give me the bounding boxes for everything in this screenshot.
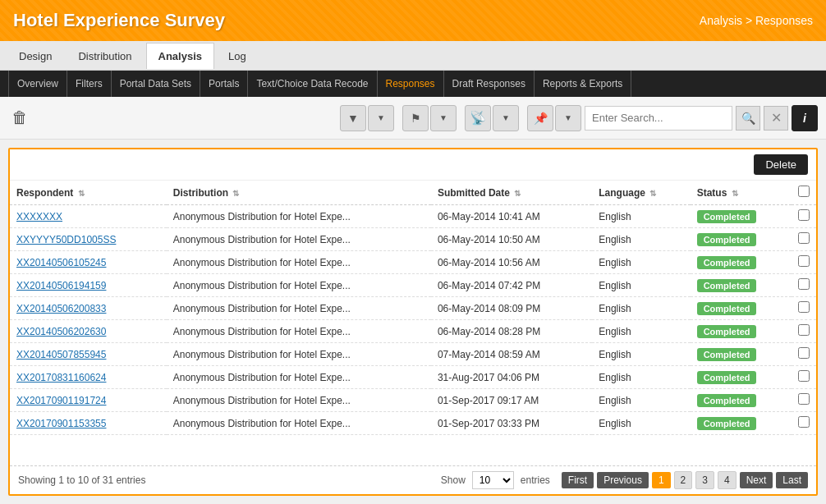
page-2-button[interactable]: 2: [674, 471, 693, 489]
app-header: Hotel Experience Survey Analysis > Respo…: [0, 0, 826, 41]
search-button[interactable]: 🔍: [736, 106, 760, 131]
respondent-link[interactable]: XX20170901153355: [16, 418, 106, 429]
delete-button[interactable]: Delete: [754, 154, 808, 175]
status-badge: Completed: [697, 417, 757, 430]
app-title: Hotel Experience Survey: [13, 10, 225, 31]
subnav-draft-responses[interactable]: Draft Responses: [444, 71, 535, 97]
breadcrumb: Analysis > Responses: [700, 14, 813, 27]
pin-button[interactable]: 📌: [527, 105, 553, 131]
language-cell: English: [592, 320, 690, 343]
language-cell: English: [592, 251, 690, 274]
row-checkbox[interactable]: [798, 347, 810, 359]
next-page-button[interactable]: Next: [740, 472, 773, 488]
filter-dropdown-button[interactable]: ▼: [368, 105, 394, 131]
submitted-date-cell: 06-May-2014 07:42 PM: [431, 274, 592, 297]
pagination-controls: Show 10 25 50 100 entries First Previous…: [441, 471, 808, 489]
row-checkbox[interactable]: [798, 416, 810, 428]
entries-label: entries: [521, 474, 550, 486]
flag-dropdown-button[interactable]: ▼: [430, 105, 457, 131]
respondent-link[interactable]: XX20140506200833: [16, 303, 106, 314]
language-cell: English: [592, 412, 690, 435]
language-cell: English: [592, 297, 690, 320]
subnav-text-choice[interactable]: Text/Choice Data Recode: [248, 71, 377, 97]
status-badge: Completed: [697, 233, 757, 246]
table-scroll[interactable]: Respondent ⇅ Distribution ⇅ Submitted Da…: [10, 181, 816, 465]
tab-design[interactable]: Design: [7, 43, 64, 69]
respondent-link[interactable]: XX20140506105245: [16, 257, 106, 268]
page-1-button[interactable]: 1: [652, 472, 671, 488]
antenna-dropdown-button[interactable]: ▼: [493, 105, 519, 131]
status-badge: Completed: [697, 371, 757, 384]
select-all-checkbox[interactable]: [798, 186, 810, 197]
tab-log[interactable]: Log: [216, 43, 259, 69]
submitted-date-cell: 06-May-2014 10:41 AM: [431, 205, 592, 228]
subnav-reports-exports[interactable]: Reports & Exports: [535, 71, 631, 97]
tab-distribution[interactable]: Distribution: [66, 43, 144, 69]
main-content: Delete Respondent ⇅ Distribution ⇅ Submi…: [0, 140, 826, 504]
last-page-button[interactable]: Last: [776, 472, 808, 488]
row-checkbox[interactable]: [798, 232, 810, 244]
sub-nav: OverviewFiltersPortal Data SetsPortalsTe…: [0, 71, 826, 97]
status-badge: Completed: [697, 256, 757, 269]
respondent-link[interactable]: XX20140506202630: [16, 326, 106, 337]
respondent-link[interactable]: XX20170901191724: [16, 395, 106, 406]
respondent-link[interactable]: XXXXXXX: [16, 211, 62, 222]
pin-dropdown-button[interactable]: ▼: [555, 105, 581, 131]
table-row: XX20140506202630Anonymous Distribution f…: [10, 320, 816, 343]
language-cell: English: [592, 366, 690, 389]
sort-arrows-language: ⇅: [649, 189, 656, 198]
row-checkbox[interactable]: [798, 324, 810, 336]
tab-analysis[interactable]: Analysis: [146, 43, 214, 69]
respondent-link[interactable]: XXYYYY50DD1005SS: [16, 234, 116, 245]
subnav-responses[interactable]: Responses: [378, 71, 444, 97]
submitted-date-cell: 31-Aug-2017 04:06 PM: [431, 366, 592, 389]
search-input[interactable]: [585, 106, 732, 131]
filter-button[interactable]: ▼: [340, 105, 366, 131]
subnav-overview[interactable]: Overview: [8, 71, 67, 97]
distribution-cell: Anonymous Distribution for Hotel Expe...: [167, 297, 431, 320]
subnav-portal-data-sets[interactable]: Portal Data Sets: [112, 71, 200, 97]
distribution-cell: Anonymous Distribution for Hotel Expe...: [167, 228, 431, 251]
submitted-date-cell: 06-May-2014 08:09 PM: [431, 297, 592, 320]
filter-group: ▼ ▼: [340, 105, 394, 131]
row-checkbox[interactable]: [798, 255, 810, 267]
antenna-button[interactable]: 📡: [465, 105, 491, 131]
page-4-button[interactable]: 4: [718, 471, 737, 489]
subnav-portals[interactable]: Portals: [200, 71, 248, 97]
info-button[interactable]: i: [792, 105, 818, 131]
flag-button[interactable]: ⚑: [402, 105, 429, 131]
language-cell: English: [592, 228, 690, 251]
respondent-link[interactable]: XX20140506194159: [16, 280, 106, 291]
table-container: Delete Respondent ⇅ Distribution ⇅ Submi…: [8, 148, 818, 496]
table-action-row: Delete: [10, 149, 816, 181]
row-checkbox[interactable]: [798, 278, 810, 290]
row-checkbox[interactable]: [798, 393, 810, 405]
table-row: XX20170901191724Anonymous Distribution f…: [10, 389, 816, 412]
clear-search-button[interactable]: ✕: [764, 106, 788, 131]
distribution-cell: Anonymous Distribution for Hotel Expe...: [167, 412, 431, 435]
status-badge: Completed: [697, 302, 757, 315]
showing-text: Showing 1 to 10 of 31 entries: [18, 474, 145, 486]
row-checkbox[interactable]: [798, 370, 810, 382]
respondent-link[interactable]: XX20170831160624: [16, 372, 106, 383]
submitted-date-cell: 06-May-2014 10:50 AM: [431, 228, 592, 251]
submitted-date-cell: 06-May-2014 10:56 AM: [431, 251, 592, 274]
status-badge: Completed: [697, 279, 757, 292]
distribution-cell: Anonymous Distribution for Hotel Expe...: [167, 320, 431, 343]
table-row: XX20140507855945Anonymous Distribution f…: [10, 343, 816, 366]
language-cell: English: [592, 389, 690, 412]
toolbar: 🗑 ▼ ▼ ⚑ ▼ 📡 ▼ 📌 ▼ 🔍 ✕ i: [0, 97, 826, 140]
language-cell: English: [592, 205, 690, 228]
show-select[interactable]: 10 25 50 100: [472, 471, 514, 489]
col-select-all: [792, 181, 816, 205]
trash-button[interactable]: 🗑: [8, 105, 31, 131]
row-checkbox[interactable]: [798, 209, 810, 221]
page-3-button[interactable]: 3: [695, 471, 714, 489]
row-checkbox[interactable]: [798, 301, 810, 313]
previous-page-button[interactable]: Previous: [597, 472, 649, 488]
subnav-filters[interactable]: Filters: [67, 71, 112, 97]
first-page-button[interactable]: First: [562, 472, 594, 488]
pin-group: 📌 ▼: [527, 105, 581, 131]
respondent-link[interactable]: XX20140507855945: [16, 349, 106, 360]
sort-arrows-respondent: ⇅: [78, 189, 85, 198]
